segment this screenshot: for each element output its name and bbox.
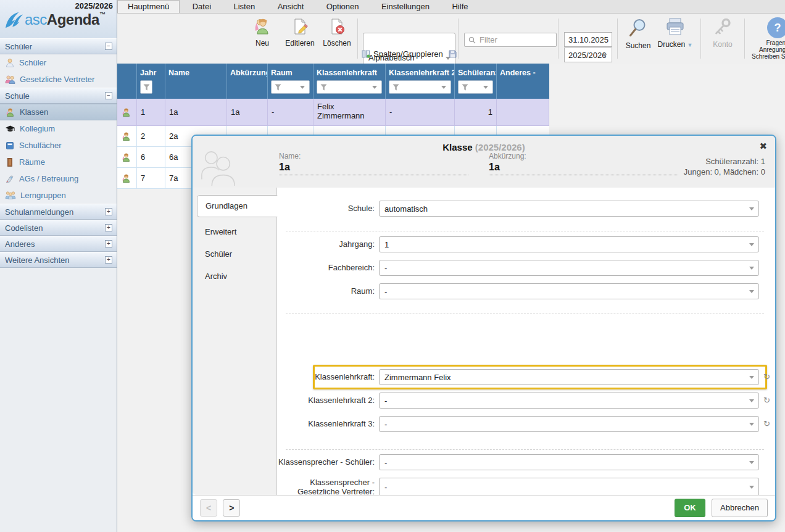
header-klassenlehrkraft-2[interactable]: Klassenlehrkraft 2	[386, 64, 455, 78]
filter-klassenlehrkraft	[314, 78, 386, 99]
ok-button[interactable]: OK	[675, 499, 705, 517]
klassenlehrkraft-2-label: Klassenlehrkraft 2:	[277, 393, 375, 409]
editieren-button[interactable]: Editieren	[281, 17, 319, 48]
menu-datei[interactable]: Datei	[183, 0, 221, 13]
question-icon: ?	[767, 17, 785, 38]
menu-einstellungen[interactable]: Einstellungen	[372, 0, 439, 13]
menu-optionen[interactable]: Optionen	[317, 0, 369, 13]
header-jahr[interactable]: Jahr	[137, 64, 165, 78]
filter-input[interactable]	[478, 35, 552, 45]
menu-hilfe[interactable]: Hilfe	[442, 0, 478, 13]
fachbereich-dropdown[interactable]: -	[379, 260, 759, 276]
schueleranzahl-filter-dropdown[interactable]	[458, 80, 493, 94]
item-label: Gesetzliche Vertreter	[20, 75, 94, 84]
expand-icon[interactable]: +	[105, 256, 112, 264]
key-icon	[712, 17, 733, 37]
tab-schueler[interactable]: Schüler	[193, 249, 277, 259]
klassensprecher-schueler-label: Klassensprecher - Schüler:	[277, 454, 375, 470]
sidebar-item-gesetzliche-vertreter[interactable]: Gesetzliche Vertreter	[0, 71, 117, 88]
neu-label: Neu	[245, 39, 280, 48]
help-button[interactable]: ? Fragen? Anregungen? Schreiben Sie uns.	[749, 17, 785, 60]
schule-label: Schule:	[277, 201, 375, 217]
sidebar-section-schule[interactable]: Schule −	[0, 88, 117, 104]
close-icon[interactable]: ✖	[759, 141, 767, 152]
school-year-dropdown[interactable]: 2025/2026	[564, 48, 612, 62]
konto-label: Konto	[707, 40, 739, 49]
group-icon	[5, 191, 16, 200]
klassenlehrkraft-2-dropdown[interactable]: -	[379, 393, 759, 409]
sidebar-item-ags-betreuung[interactable]: AGs / Betreuung	[0, 170, 117, 187]
schule-dropdown[interactable]: automatisch	[379, 201, 759, 217]
expand-icon[interactable]: +	[105, 208, 112, 215]
sidebar-section-schueler[interactable]: Schüler −	[0, 38, 117, 54]
refresh-icon[interactable]: ↻	[763, 419, 770, 428]
menu-listen[interactable]: Listen	[223, 0, 265, 13]
header-klassenlehrkraft[interactable]: Klassenlehrkraft	[314, 64, 386, 78]
abkuerzung-value: 1a	[489, 162, 678, 173]
collapse-icon[interactable]: −	[105, 43, 112, 50]
abkuerzung-field[interactable]: Abkürzung: 1a	[489, 152, 678, 175]
jahrgang-dropdown[interactable]: 1	[379, 236, 759, 252]
neu-button[interactable]: Neu	[245, 17, 280, 48]
tab-grundlagen[interactable]: Grundlagen	[197, 195, 278, 217]
toolbar: Neu Editieren Löschen Alphabetisch Spalt…	[117, 14, 785, 64]
sidebar-item-klassen[interactable]: Klassen	[0, 104, 117, 120]
chevron-down-icon[interactable]: ▼	[687, 42, 693, 48]
spalten-gruppieren-button[interactable]: Spalten/Gruppieren	[362, 49, 457, 59]
expand-icon[interactable]: +	[105, 240, 112, 247]
klassenlehrkraft-dropdown[interactable]: Zimmermann Felix	[379, 369, 759, 385]
chevron-down-icon	[749, 207, 754, 210]
sidebar-section-anderes[interactable]: Anderes +	[0, 236, 117, 252]
klassensprecher-schueler-dropdown[interactable]: -	[379, 454, 759, 470]
header-anderes[interactable]: Anderes -	[497, 64, 549, 78]
klassenlehrkraft2-filter-dropdown[interactable]	[389, 80, 451, 94]
sidebar-item-lerngruppen[interactable]: Lerngruppen	[0, 187, 117, 204]
klassenlehrkraft-filter-dropdown[interactable]	[317, 80, 382, 94]
sidebar-item-schulfaecher[interactable]: Schulfächer	[0, 137, 117, 154]
table-row-1a[interactable]: 1 1a 1a - Felix Zimmermann - 1	[117, 99, 549, 126]
header-icon-col	[117, 64, 137, 78]
divider	[286, 449, 764, 450]
spalten-gruppieren-label: Spalten/Gruppieren	[373, 49, 443, 59]
cell-schueleranzahl: 1	[455, 99, 497, 126]
klassenlehrkraft-3-dropdown[interactable]: -	[379, 416, 759, 432]
klassensprecher-gv-dropdown[interactable]: -	[379, 478, 759, 496]
tab-erweitert[interactable]: Erweitert	[193, 227, 277, 236]
sidebar-item-raeume[interactable]: Räume	[0, 154, 117, 170]
date-field[interactable]: 31.10.2025	[564, 32, 612, 47]
klassenlehrkraft-3-label: Klassenlehrkraft 3:	[277, 416, 375, 432]
refresh-icon[interactable]: ↻	[763, 396, 770, 405]
expand-icon[interactable]: +	[105, 224, 112, 231]
refresh-icon[interactable]: ↻	[763, 372, 770, 381]
header-abkuerzung[interactable]: Abkürzung	[227, 64, 268, 78]
next-record-button[interactable]: >	[223, 499, 240, 517]
name-field[interactable]: Name: 1a	[279, 152, 468, 175]
edit-document-icon	[291, 17, 309, 36]
sidebar-section-codelisten[interactable]: Codelisten +	[0, 220, 117, 236]
cell-raum: -	[268, 99, 314, 126]
app-window: 2025/2026 ascAgenda™ Schüler − Schüler G…	[0, 0, 785, 532]
header-name[interactable]: Name	[165, 64, 227, 78]
sidebar-section-weitere-ansichten[interactable]: Weitere Ansichten +	[0, 252, 117, 268]
loeschen-button[interactable]: Löschen	[319, 17, 355, 48]
filter-icon-col	[117, 78, 137, 99]
raum-dropdown[interactable]: -	[379, 283, 759, 299]
menu-hauptmenu[interactable]: Hauptmenü	[117, 0, 180, 13]
sidebar-section-schulanmeldungen[interactable]: Schulanmeldungen +	[0, 204, 117, 220]
header-raum[interactable]: Raum	[268, 64, 314, 78]
menu-ansicht[interactable]: Ansicht	[268, 0, 314, 13]
header-schueleranzahl[interactable]: Schüleranz	[455, 64, 497, 78]
section-label: Anderes	[5, 239, 35, 249]
collapse-icon[interactable]: −	[105, 92, 112, 99]
drucken-button[interactable]: Drucken ▼	[655, 17, 695, 49]
suchen-button[interactable]: Suchen	[622, 17, 654, 50]
klassenlehrkraft-2-row: Klassenlehrkraft 2: - ↻	[277, 393, 775, 409]
save-icon[interactable]	[449, 50, 457, 58]
class-person-icon	[5, 107, 15, 117]
tab-archiv[interactable]: Archiv	[193, 272, 277, 281]
raum-filter-dropdown[interactable]	[271, 80, 310, 94]
sidebar-item-schueler[interactable]: Schüler	[0, 54, 117, 71]
abbrechen-button[interactable]: Abbrechen	[712, 499, 768, 517]
sidebar-item-kollegium[interactable]: Kollegium	[0, 120, 117, 137]
funnel-icon[interactable]	[140, 80, 152, 94]
